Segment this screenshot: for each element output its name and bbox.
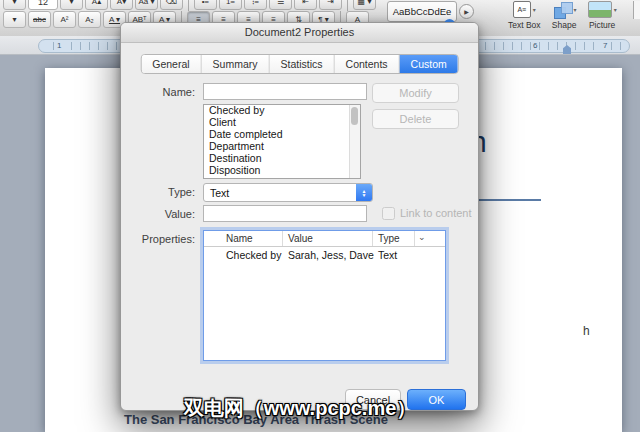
text-box-button[interactable]: A≡ ▾ Text Box bbox=[508, 0, 541, 34]
change-case-button[interactable]: Aa ▾ bbox=[135, 0, 158, 10]
table-row-value[interactable]: Sarah, Jess, Dave bbox=[288, 249, 374, 261]
header-divider bbox=[204, 246, 445, 247]
link-to-content-label: Link to content bbox=[400, 207, 472, 219]
value-label: Value: bbox=[121, 208, 195, 220]
delete-button[interactable]: Delete bbox=[372, 109, 459, 129]
chevron-down-icon[interactable]: ▾ bbox=[533, 6, 536, 13]
list-styles-button[interactable]: ☰ bbox=[269, 0, 292, 10]
multilevel-list-button[interactable]: ⁝≡ bbox=[244, 0, 267, 10]
name-input[interactable] bbox=[203, 83, 367, 100]
toolbar-partial-button bbox=[633, 1, 640, 19]
document-properties-dialog: Document2 Properties General Summary Sta… bbox=[120, 22, 479, 411]
insert-group: A≡ ▾ Text Box ▾ Shape ▾ Picture bbox=[508, 0, 617, 34]
toolbar-row-1: ▾ 12 ▾ A▴ A▾ Aa ▾ ⌫ •≡ 1≡ ⁝≡ ☰ ⇤ ⇥ ▦ ▾ bbox=[2, 0, 377, 11]
document-text-fragment: h bbox=[583, 324, 590, 338]
superscript-button[interactable]: A² bbox=[53, 11, 76, 28]
picture-label: Picture bbox=[589, 20, 615, 30]
site-watermark: 双电网（www.pcpc.me） bbox=[184, 395, 417, 422]
modify-button[interactable]: Modify bbox=[372, 83, 459, 103]
table-row-type[interactable]: Text bbox=[378, 249, 397, 261]
properties-table[interactable]: Name Value Type ⌄ Checked by Sarah, Jess… bbox=[203, 230, 446, 361]
tab-custom[interactable]: Custom bbox=[400, 55, 458, 73]
column-header-value[interactable]: Value bbox=[288, 233, 313, 244]
column-divider bbox=[414, 231, 415, 246]
heading-underline bbox=[476, 199, 541, 201]
column-divider bbox=[372, 231, 373, 246]
ruler-number-1: 1 bbox=[55, 40, 63, 52]
clear-formatting-button[interactable]: ⌫ bbox=[160, 0, 183, 10]
strikethrough-button[interactable]: abc bbox=[28, 11, 51, 28]
type-select-value: Text bbox=[210, 187, 229, 199]
shape-label: Shape bbox=[552, 20, 577, 30]
list-item[interactable]: Date completed bbox=[204, 129, 360, 141]
toolbar-separator bbox=[347, 0, 348, 11]
dialog-tabs: General Summary Statistics Contents Cust… bbox=[140, 54, 459, 74]
column-divider bbox=[282, 231, 283, 246]
select-stepper-icon[interactable]: ▲▼ bbox=[356, 184, 372, 201]
bullets-button[interactable]: •≡ bbox=[194, 0, 217, 10]
dialog-title-bar[interactable]: Document2 Properties bbox=[121, 23, 478, 43]
list-item[interactable]: Department bbox=[204, 141, 360, 153]
font-dropdown-icon[interactable]: ▾ bbox=[3, 0, 26, 10]
value-input[interactable] bbox=[203, 205, 367, 222]
subscript-button[interactable]: A₂ bbox=[78, 11, 101, 28]
tab-contents[interactable]: Contents bbox=[335, 55, 400, 73]
word-window: ▾ 12 ▾ A▴ A▾ Aa ▾ ⌫ •≡ 1≡ ⁝≡ ☰ ⇤ ⇥ ▦ ▾ ▾… bbox=[0, 0, 640, 432]
tab-summary[interactable]: Summary bbox=[202, 55, 270, 73]
more-dropdown-icon[interactable]: ▾ bbox=[3, 11, 26, 28]
type-label: Type: bbox=[121, 186, 195, 198]
properties-label: Properties: bbox=[121, 233, 195, 245]
font-size-input[interactable]: 12 bbox=[28, 0, 58, 10]
table-button[interactable]: ▦ ▾ bbox=[353, 0, 376, 10]
list-scrollbar-thumb[interactable] bbox=[351, 107, 358, 125]
ruler-number-7: 7 bbox=[601, 40, 609, 52]
shape-button[interactable]: ▾ Shape bbox=[552, 0, 577, 34]
sort-chevron-icon[interactable]: ⌄ bbox=[418, 232, 426, 242]
numbering-button[interactable]: 1≡ bbox=[219, 0, 242, 10]
chevron-down-icon[interactable]: ▾ bbox=[614, 6, 617, 13]
toolbar-separator bbox=[188, 0, 189, 11]
list-item[interactable]: Disposition bbox=[204, 165, 360, 177]
tab-statistics[interactable]: Statistics bbox=[270, 55, 335, 73]
list-item[interactable]: Destination bbox=[204, 153, 360, 165]
text-box-icon: A≡ bbox=[513, 1, 531, 18]
link-to-content-checkbox[interactable] bbox=[382, 207, 395, 220]
picture-button[interactable]: ▾ Picture bbox=[588, 0, 617, 34]
shape-icon bbox=[552, 2, 572, 18]
list-scrollbar[interactable] bbox=[349, 105, 360, 178]
text-box-label: Text Box bbox=[508, 20, 541, 30]
picture-icon bbox=[588, 1, 612, 18]
tab-general[interactable]: General bbox=[141, 55, 201, 73]
chevron-down-icon[interactable]: ▾ bbox=[574, 6, 577, 13]
ruler-number-6: 6 bbox=[531, 40, 539, 52]
column-header-type[interactable]: Type bbox=[378, 233, 400, 244]
table-row-name[interactable]: Checked by bbox=[226, 249, 281, 261]
column-header-name[interactable]: Name bbox=[226, 233, 253, 244]
indent-button[interactable]: ⇥ bbox=[319, 0, 342, 10]
font-size-caret-icon[interactable]: ▾ bbox=[60, 0, 83, 10]
name-label: Name: bbox=[121, 86, 195, 98]
property-name-list[interactable]: Checked by Client Date completed Departm… bbox=[203, 104, 361, 179]
grow-font-button[interactable]: A▴ bbox=[85, 0, 108, 10]
type-select[interactable]: Text ▲▼ bbox=[203, 183, 373, 202]
outdent-button[interactable]: ⇤ bbox=[294, 0, 317, 10]
styles-more-icon[interactable]: ▶ bbox=[459, 4, 474, 19]
shrink-font-button[interactable]: A▾ bbox=[110, 0, 133, 10]
